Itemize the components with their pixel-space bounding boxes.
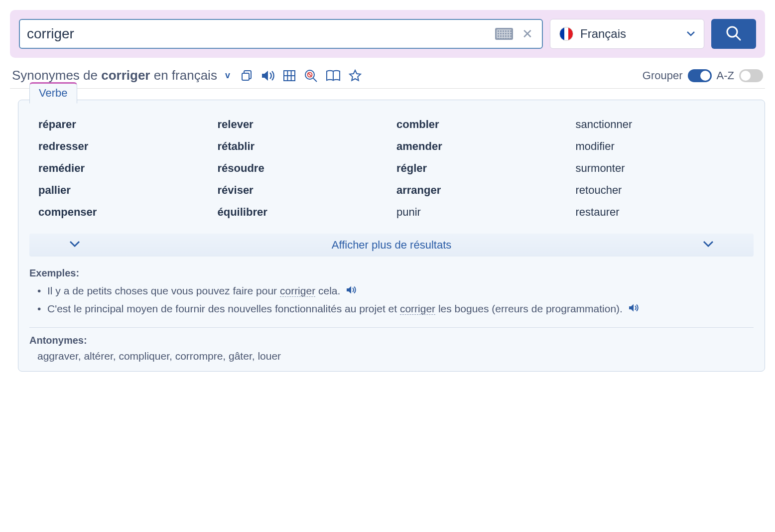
results-card: Verbe réparerredresserremédierpalliercom…: [18, 100, 765, 372]
antonyms-section: Antonymes: aggraver, altérer, compliquer…: [18, 335, 765, 371]
star-icon[interactable]: [349, 69, 362, 82]
synonym-word[interactable]: résoudre: [218, 162, 387, 175]
synonym-word[interactable]: régler: [396, 162, 566, 175]
speaker-icon[interactable]: [346, 285, 356, 296]
synonym-word[interactable]: punir: [396, 206, 566, 219]
clear-icon[interactable]: ✕: [520, 27, 535, 40]
synonym-word[interactable]: combler: [396, 118, 566, 131]
synonym-word[interactable]: relever: [218, 118, 387, 131]
synonym-word[interactable]: compenser: [38, 206, 208, 219]
toolbar: [240, 69, 362, 83]
group-toggle[interactable]: [688, 69, 712, 82]
antonyms-title: Antonymes:: [29, 335, 754, 346]
header-row: Synonymes de corriger en français v Grou…: [10, 68, 765, 89]
keyboard-icon[interactable]: [495, 28, 513, 40]
show-more-button[interactable]: Afficher plus de résultats: [29, 234, 754, 257]
book-icon[interactable]: [326, 70, 341, 82]
synonym-word[interactable]: surmonter: [576, 162, 745, 175]
example-item: C'est le principal moyen de fournir des …: [37, 301, 754, 317]
az-toggle[interactable]: [739, 69, 763, 82]
copy-icon[interactable]: [240, 69, 253, 82]
chevron-down-icon: [703, 241, 714, 250]
grid-icon[interactable]: [283, 70, 296, 82]
examples-section: Exemples: Il y a de petits choses que vo…: [18, 267, 765, 327]
group-label: Grouper: [643, 69, 683, 82]
synonym-word[interactable]: équilibrer: [218, 206, 387, 219]
language-select[interactable]: Français: [550, 19, 704, 49]
synonym-word[interactable]: restaurer: [576, 206, 745, 219]
synonym-word[interactable]: remédier: [38, 162, 208, 175]
synonym-word[interactable]: redresser: [38, 140, 208, 153]
synonym-word[interactable]: retoucher: [576, 184, 745, 197]
svg-line-1: [736, 36, 740, 40]
search-icon: [725, 25, 742, 43]
pos-tag[interactable]: v: [225, 70, 230, 81]
antonyms-list: aggraver, altérer, compliquer, corrompre…: [29, 350, 754, 362]
divider: [29, 327, 754, 328]
search-bar: ✕ Français: [10, 10, 765, 58]
chevron-down-icon: [687, 29, 695, 38]
search-button[interactable]: [711, 19, 756, 49]
tab-verbe[interactable]: Verbe: [29, 82, 77, 104]
speaker-icon[interactable]: [629, 303, 639, 314]
show-more-label: Afficher plus de résultats: [332, 239, 452, 252]
synonym-word[interactable]: arranger: [396, 184, 566, 197]
synonym-word[interactable]: modifier: [576, 140, 745, 153]
synonym-word[interactable]: réviser: [218, 184, 387, 197]
examples-list: Il y a de petits choses que vous pouvez …: [29, 283, 754, 316]
highlighted-word: corriger: [280, 285, 315, 297]
example-item: Il y a de petits choses que vous pouvez …: [37, 283, 754, 299]
synonym-word[interactable]: pallier: [38, 184, 208, 197]
toggle-group: Grouper A-Z: [643, 69, 763, 82]
highlighted-word: corriger: [400, 303, 435, 315]
speaker-icon[interactable]: [261, 69, 275, 82]
synonym-word[interactable]: sanctionner: [576, 118, 745, 131]
zoom-icon[interactable]: [304, 69, 318, 83]
page-title: Synonymes de corriger en français: [12, 68, 217, 83]
synonym-word[interactable]: réparer: [38, 118, 208, 131]
search-input-wrap: ✕: [19, 19, 543, 49]
svg-rect-2: [242, 73, 249, 80]
language-label: Français: [580, 27, 687, 41]
search-input[interactable]: [27, 26, 495, 42]
synonym-word[interactable]: rétablir: [218, 140, 387, 153]
examples-title: Exemples:: [29, 267, 754, 279]
az-label: A-Z: [717, 69, 734, 82]
synonyms-grid: réparerredresserremédierpalliercompenser…: [18, 100, 765, 234]
chevron-down-icon: [69, 241, 80, 250]
synonym-word[interactable]: amender: [396, 140, 566, 153]
svg-line-8: [313, 78, 317, 82]
flag-icon: [559, 27, 573, 41]
